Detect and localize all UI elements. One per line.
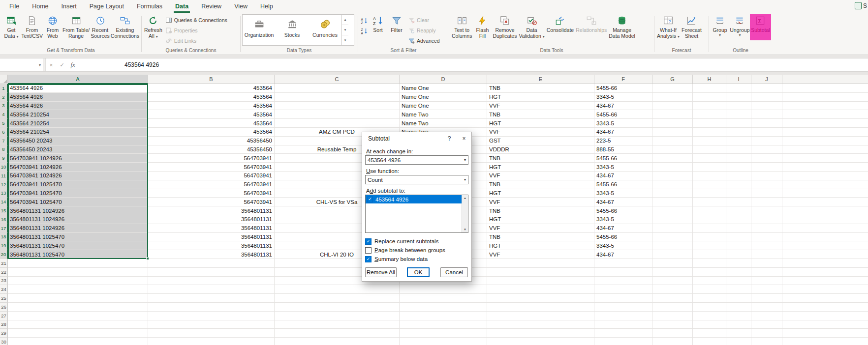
cell-J4[interactable] (751, 110, 782, 119)
cell-H8[interactable] (693, 145, 726, 154)
cell-E13[interactable]: HGT (487, 189, 594, 198)
cell-I18[interactable] (726, 233, 751, 242)
share-button[interactable]: S (855, 2, 867, 9)
scroll-down-icon[interactable]: ▼ (464, 228, 466, 231)
gallery-down-icon[interactable]: ▼ (342, 25, 348, 35)
cell-F22[interactable] (594, 268, 652, 277)
column-header-D[interactable]: D (400, 75, 487, 84)
row-header-26[interactable]: 26 (0, 303, 8, 312)
cell-J9[interactable] (751, 154, 782, 163)
cell-E18[interactable]: TNB (487, 233, 594, 242)
cell-G17[interactable] (652, 224, 693, 233)
cell-C5[interactable] (275, 119, 400, 128)
cell-J8[interactable] (751, 145, 782, 154)
cell-F18[interactable]: 5455-66 (594, 233, 652, 242)
cell-G1[interactable] (652, 84, 693, 93)
cell-B21[interactable] (148, 259, 275, 268)
column-header-A[interactable]: A (8, 75, 148, 84)
cell-A11[interactable]: 564703941 1024926 (8, 172, 148, 180)
data-validation-button[interactable]: Data Validation ▾ (518, 14, 545, 46)
cell-B19[interactable]: 3564801131 (148, 241, 275, 250)
row-header-24[interactable]: 24 (0, 285, 8, 294)
use-function-select[interactable]: Count ▾ (365, 175, 468, 184)
cell-B23[interactable] (148, 277, 275, 286)
cell-J29[interactable] (751, 329, 782, 338)
cell-I21[interactable] (726, 259, 751, 268)
cell-J14[interactable] (751, 198, 782, 206)
cell-B27[interactable] (148, 312, 275, 320)
cell-A5[interactable]: 453564 210254 (8, 119, 148, 128)
cell-H13[interactable] (693, 189, 726, 198)
cell-I3[interactable] (726, 102, 751, 111)
tab-help[interactable]: Help (254, 0, 279, 13)
cell-E17[interactable]: VVF (487, 224, 594, 233)
cell-I10[interactable] (726, 163, 751, 172)
cancel-button[interactable]: Cancel (440, 267, 468, 277)
cell-B26[interactable] (148, 303, 275, 312)
cell-G6[interactable] (652, 128, 693, 137)
cell-E27[interactable] (487, 312, 594, 320)
name-box[interactable]: ▾ (0, 58, 43, 71)
cell-E8[interactable]: VDDDR (487, 145, 594, 154)
cell-F15[interactable]: 5455-66 (594, 206, 652, 215)
row-header-21[interactable]: 21 (0, 259, 8, 268)
cell-J21[interactable] (751, 259, 782, 268)
cell-I28[interactable] (726, 320, 751, 329)
cell-G22[interactable] (652, 268, 693, 277)
cell-D28[interactable] (400, 320, 487, 329)
cell-F14[interactable]: 434-67 (594, 198, 652, 206)
cell-I19[interactable] (726, 241, 751, 250)
row-header-9[interactable]: 9 (0, 154, 8, 163)
cell-D4[interactable]: Name Two (400, 110, 487, 119)
cell-J11[interactable] (751, 172, 782, 180)
cell-E3[interactable]: VVF (487, 102, 594, 111)
row-header-19[interactable]: 19 (0, 241, 8, 250)
cell-G15[interactable] (652, 206, 693, 215)
cell-A21[interactable] (8, 259, 148, 268)
cell-J3[interactable] (751, 102, 782, 111)
dialog-title-bar[interactable]: Subtotal ? × (362, 132, 471, 145)
add-subtotal-listbox[interactable]: ✓ 453564 4926 ▲ ▼ (365, 195, 468, 233)
cell-H10[interactable] (693, 163, 726, 172)
cell-I25[interactable] (726, 294, 751, 303)
cell-A29[interactable] (8, 329, 148, 338)
row-header-2[interactable]: 2 (0, 93, 8, 102)
cell-A12[interactable]: 564703941 1025470 (8, 180, 148, 189)
cell-C30[interactable] (275, 338, 400, 345)
cell-H27[interactable] (693, 312, 726, 320)
cell-E2[interactable]: HGT (487, 93, 594, 102)
cell-I13[interactable] (726, 189, 751, 198)
cell-I29[interactable] (726, 329, 751, 338)
row-header-22[interactable]: 22 (0, 268, 8, 277)
cell-F28[interactable] (594, 320, 652, 329)
text-to-columns-button[interactable]: Text to Columns (451, 14, 473, 46)
tab-page-layout[interactable]: Page Layout (83, 0, 130, 13)
cell-G13[interactable] (652, 189, 693, 198)
tab-review[interactable]: Review (195, 0, 228, 13)
cell-E7[interactable]: GST (487, 137, 594, 145)
cell-A23[interactable] (8, 277, 148, 286)
tab-home[interactable]: Home (26, 0, 55, 13)
cell-E10[interactable]: HGT (487, 163, 594, 172)
cell-H21[interactable] (693, 259, 726, 268)
row-header-6[interactable]: 6 (0, 128, 8, 137)
filter-button[interactable]: Filter (387, 14, 406, 46)
row-header-29[interactable]: 29 (0, 329, 8, 338)
cell-B15[interactable]: 3564801131 (148, 206, 275, 215)
cell-D29[interactable] (400, 329, 487, 338)
cell-D3[interactable]: Name One (400, 102, 487, 111)
cell-G16[interactable] (652, 215, 693, 224)
cell-F24[interactable] (594, 285, 652, 294)
cell-B2[interactable]: 453564 (148, 93, 275, 102)
row-header-14[interactable]: 14 (0, 198, 8, 206)
cell-H16[interactable] (693, 215, 726, 224)
cell-F6[interactable]: 434-67 (594, 128, 652, 137)
cell-E11[interactable]: VVF (487, 172, 594, 180)
data-type-organization[interactable]: Organization (243, 15, 276, 45)
formula-bar-value[interactable]: 453564 4926 (124, 61, 159, 68)
cell-E24[interactable] (487, 285, 594, 294)
cell-F23[interactable] (594, 277, 652, 286)
recent-sources-button[interactable]: Recent Sources (90, 14, 110, 46)
cell-G21[interactable] (652, 259, 693, 268)
column-header-G[interactable]: G (652, 75, 693, 84)
